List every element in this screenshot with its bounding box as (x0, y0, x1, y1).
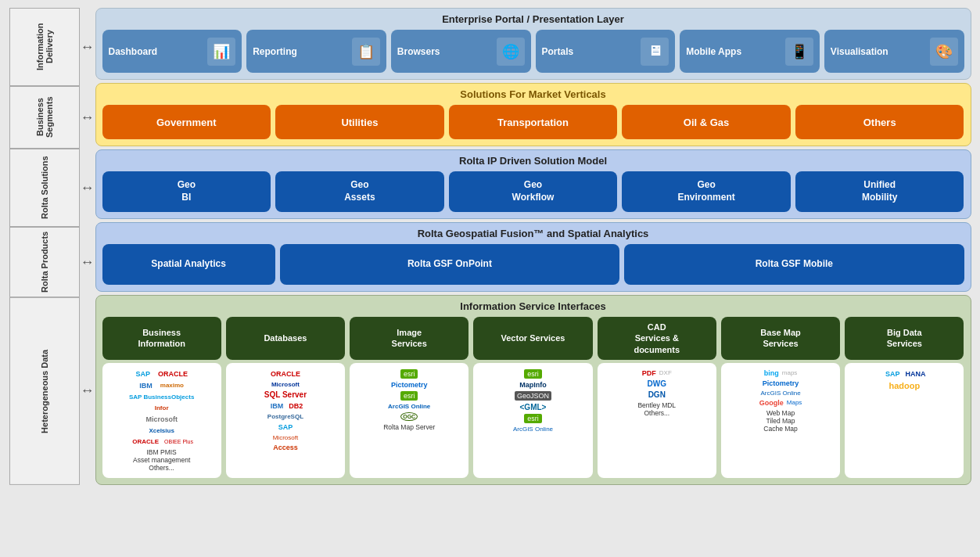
card-unified-mobility: UnifiedMobility (795, 171, 964, 212)
vendor-oracle-db: ORACLE (268, 369, 303, 379)
side-label-rolta-sol: Rolta Solutions (9, 149, 80, 227)
rolta-solutions-cards: GeoBI GeoAssets GeoWorkflow GeoEnvironme… (102, 171, 964, 212)
card-mobile-apps: Mobile Apps 📱 (680, 30, 820, 73)
vendor-maximo: maximo (158, 381, 186, 390)
vendor-gml: <GML> (520, 403, 547, 411)
app-wrapper: Information Delivery Business Segments R… (9, 8, 971, 485)
side-label-hetero: Heterogeneous Data (9, 297, 80, 485)
arrow-hetero: ↔ (81, 297, 95, 485)
vendor-dwg: DWG (648, 379, 666, 388)
rolta-solutions-title: Rolta IP Driven Solution Model (102, 155, 964, 167)
vendor-row-ogc: OGC (400, 412, 418, 421)
vendor-ibm-db2: IBM (268, 401, 286, 411)
arrow-column: ↔ ↔ ↔ ↔ ↔ (80, 8, 95, 485)
card-others: Others (795, 105, 964, 139)
vendor-row-esri-img: esri (400, 369, 418, 379)
mobile-apps-label: Mobile Apps (686, 46, 785, 57)
vendor-access-ms: Microsoft (273, 434, 298, 441)
vendor-row-mapinfo: MapInfo (519, 381, 547, 389)
vendor-row-access: Microsoft (273, 434, 298, 441)
main-content: Enterprise Portal / Presentation Layer D… (95, 8, 971, 485)
vendor-mapinfo: MapInfo (519, 381, 547, 389)
vendor-text-basemap: Web MapTiled MapCache Map (763, 409, 797, 433)
vendor-esri-vec2: esri (524, 414, 542, 423)
portals-label: Portals (542, 46, 641, 57)
arrow-rolta-prod: ↔ (81, 227, 95, 297)
mobile-apps-icon: 📱 (785, 38, 813, 66)
cat-base-map: Base MapServices (721, 317, 840, 360)
card-browsers: Browsers 🌐 (391, 30, 531, 73)
vendor-row-ibm-db2: IBM DB2 (268, 401, 303, 411)
portals-icon: 🖥 (641, 38, 669, 66)
card-geo-assets: GeoAssets (275, 171, 444, 212)
vendor-row-bing: bing maps (764, 369, 798, 377)
vendor-row-arcgis-vec: esri (524, 414, 542, 423)
vendor-row-pdf: PDF DXF (642, 369, 672, 377)
vendor-esri2: esri (400, 391, 418, 401)
side-labels-column: Information Delivery Business Segments R… (9, 8, 80, 485)
cat-business-info: BusinessInformation (102, 317, 221, 360)
visualisation-icon: 🎨 (930, 38, 958, 66)
info-delivery-title: Enterprise Portal / Presentation Layer (102, 13, 964, 25)
vendor-sap-db: SAP (276, 422, 296, 432)
card-government: Government (102, 105, 271, 139)
vendor-box-business: SAP ORACLE IBM maximo SAP BusinessObject… (102, 363, 221, 478)
side-label-info: Information Delivery (9, 8, 80, 86)
rolta-solutions-section: Rolta IP Driven Solution Model GeoBI Geo… (95, 149, 971, 219)
vendor-row-google: Google Maps (759, 399, 802, 407)
vendor-pictometry2: Pictometry (763, 379, 799, 387)
card-gsf-mobile: Rolta GSF Mobile (624, 244, 964, 285)
card-geo-bi: GeoBI (102, 171, 271, 212)
vendor-row-microsoft: Microsoft (143, 415, 180, 424)
hetero-data-section: Information Service Interfaces BusinessI… (95, 295, 971, 485)
vendor-text-bi: IBM PMISAsset managementOthers... (133, 448, 190, 472)
vendor-ogc: OGC (400, 412, 418, 421)
rolta-products-cards: Spatial Analytics Rolta GSF OnPoint Rolt… (102, 244, 964, 285)
vendor-microsoft-sql: Microsoft (271, 381, 300, 388)
card-geo-workflow: GeoWorkflow (449, 171, 618, 212)
vendor-ibm: IBM (137, 381, 155, 390)
biz-segment-cards: Government Utilities Transportation Oil … (102, 105, 964, 139)
vendor-postgres: PostgreSQL (267, 413, 303, 420)
vendor-infor: Infor (153, 404, 171, 412)
cat-cad-services: CADServices &documents (598, 317, 716, 360)
vendor-row-pictometry: Pictometry (391, 381, 428, 389)
vendor-row-sap-hana: SAP HANA (883, 369, 926, 379)
vendor-row-sql: SQL Server (264, 390, 307, 399)
vendor-row-arcgis-online-vec: ArcGIS Online (513, 426, 553, 433)
vendor-row-postgres: PostgreSQL (267, 413, 303, 420)
card-reporting: Reporting 📋 (246, 30, 386, 73)
vendor-arcgis-online-bm: ArcGIS Online (760, 390, 800, 397)
vendor-sap-hana: SAP (883, 369, 903, 379)
vendor-arcgis: ArcGIS Online (388, 403, 430, 410)
vendor-row-pictometry2: Pictometry (763, 379, 799, 387)
vendor-geojson: GeoJSON (515, 391, 551, 401)
arrow-rolta-sol: ↔ (81, 149, 95, 227)
rolta-products-section: Rolta Geospatial Fusion™ and Spatial Ana… (95, 222, 971, 292)
vendor-microsoft: Microsoft (143, 415, 180, 424)
vendor-hana: HANA (906, 370, 926, 378)
card-gsf-onpoint: Rolta GSF OnPoint (280, 244, 619, 285)
vendor-esri-img: esri (400, 369, 418, 379)
card-transportation: Transportation (449, 105, 618, 139)
vendor-box-databases: ORACLE Microsoft SQL Server IBM DB2 Post… (226, 363, 345, 478)
cat-image-services: ImageServices (350, 317, 468, 360)
vendor-arcgis-online-vec: ArcGIS Online (513, 426, 553, 433)
vendor-sql-server: SQL Server (264, 390, 307, 399)
vendor-row-sap-db: SAP (276, 422, 296, 432)
vendor-access: Access (273, 444, 298, 451)
card-geo-environment: GeoEnvironment (622, 171, 791, 212)
vendor-row-ibm: IBM maximo (137, 381, 186, 390)
cat-big-data: Big DataServices (845, 317, 964, 360)
vendor-boxes: SAP ORACLE IBM maximo SAP BusinessObject… (102, 363, 964, 478)
vendor-row-gml: <GML> (520, 403, 547, 411)
vendor-db2: DB2 (289, 402, 303, 410)
vendor-row-arcgis-label: ArcGIS Online (388, 403, 430, 410)
vendor-row-hadoop: hadoop (888, 381, 920, 390)
card-oil-gas: Oil & Gas (622, 105, 791, 139)
vendor-text-cad: Bentley MDLOthers... (637, 401, 676, 417)
vendor-box-cad: PDF DXF DWG DGN Bentley MDLOthers... (598, 363, 716, 478)
vendor-row-dwg: DWG (648, 379, 666, 388)
vendor-sap: SAP (133, 369, 153, 379)
card-utilities: Utilities (275, 105, 444, 139)
